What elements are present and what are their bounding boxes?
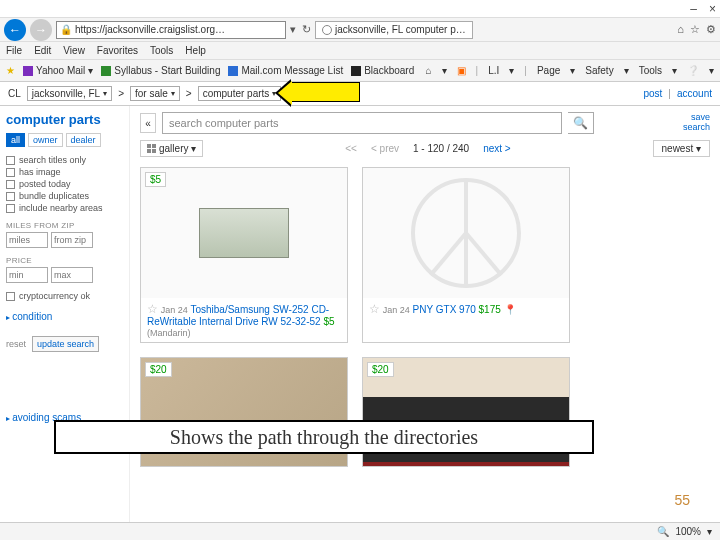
cmd-li[interactable]: L.I bbox=[488, 65, 499, 76]
reset-link[interactable]: reset bbox=[6, 339, 26, 349]
crumb-location[interactable]: jacksonville, FL▾ bbox=[27, 86, 112, 101]
menu-file[interactable]: File bbox=[6, 45, 22, 56]
cl-breadcrumb: CL jacksonville, FL▾ > for sale▾ > compu… bbox=[0, 82, 720, 106]
menu-view[interactable]: View bbox=[63, 45, 85, 56]
view-mode-select[interactable]: gallery ▾ bbox=[140, 140, 203, 157]
category-heading: computer parts bbox=[6, 112, 123, 127]
zoom-icon[interactable]: 🔍 bbox=[657, 526, 669, 537]
address-icons: ▾ ↻ bbox=[290, 23, 311, 36]
filter-has-image[interactable]: has image bbox=[6, 167, 123, 177]
bookmarks-bar: ★ Yahoo Mail ▾ Syllabus - Start Building… bbox=[0, 60, 720, 82]
checkbox-icon bbox=[6, 168, 15, 177]
no-image-icon bbox=[411, 178, 521, 288]
cmd-home-icon[interactable]: ⌂ bbox=[426, 65, 432, 76]
filter-crypto[interactable]: cryptocurrency ok bbox=[6, 291, 123, 301]
menu-edit[interactable]: Edit bbox=[34, 45, 51, 56]
star-icon[interactable]: ☆ bbox=[690, 23, 700, 36]
price-min-input[interactable] bbox=[6, 267, 48, 283]
close-button[interactable]: × bbox=[709, 2, 716, 16]
refresh-icon[interactable]: ↻ bbox=[302, 23, 311, 36]
gear-icon[interactable]: ⚙ bbox=[706, 23, 716, 36]
collapse-sidebar-button[interactable]: « bbox=[140, 113, 156, 133]
address-bar-row: ← → 🔒 https://jacksonville.craigslist.or… bbox=[0, 18, 720, 42]
checkbox-icon bbox=[6, 156, 15, 165]
map-icon[interactable]: 📍 bbox=[504, 304, 516, 315]
zip-input[interactable] bbox=[51, 232, 93, 248]
address-bar[interactable]: 🔒 https://jacksonville.craigslist.org… bbox=[56, 21, 286, 39]
listing-card[interactable]: ☆ Jan 24 PNY GTX 970 $175 📍 bbox=[362, 167, 570, 343]
post-link[interactable]: post bbox=[643, 88, 662, 99]
account-link[interactable]: account bbox=[677, 88, 712, 99]
grid-icon bbox=[147, 144, 156, 153]
checkbox-icon bbox=[6, 204, 15, 213]
tab-dealer[interactable]: dealer bbox=[66, 133, 101, 147]
filter-nearby[interactable]: include nearby areas bbox=[6, 203, 123, 213]
listing-location: (Mandarin) bbox=[147, 328, 191, 338]
favorites-icon[interactable]: ★ bbox=[6, 65, 15, 76]
page-next[interactable]: next > bbox=[483, 143, 511, 154]
menu-favorites[interactable]: Favorites bbox=[97, 45, 138, 56]
cl-logo[interactable]: CL bbox=[8, 88, 21, 99]
search-button[interactable]: 🔍 bbox=[568, 112, 594, 134]
ie-command-bar: ⌂▾ ▣ | L.I▾ | Page ▾ Safety ▾ Tools ▾ ❔ … bbox=[426, 65, 714, 76]
back-button[interactable]: ← bbox=[4, 19, 26, 41]
listing-card[interactable]: $5 ☆ Jan 24 Toshiba/Samsung SW-252 CD-Re… bbox=[140, 167, 348, 343]
menu-tools[interactable]: Tools bbox=[150, 45, 173, 56]
search-icon: 🔍 bbox=[573, 116, 588, 130]
home-icon[interactable]: ⌂ bbox=[677, 23, 684, 36]
filter-posted-today[interactable]: posted today bbox=[6, 179, 123, 189]
miles-input[interactable] bbox=[6, 232, 48, 248]
page-range: 1 - 120 / 240 bbox=[413, 143, 469, 154]
bookmark-syllabus[interactable]: Syllabus - Start Building bbox=[101, 65, 220, 76]
cmd-safety[interactable]: Safety bbox=[585, 65, 613, 76]
zoom-dropdown-icon[interactable]: ▾ bbox=[707, 526, 712, 537]
update-search-button[interactable]: update search bbox=[32, 336, 99, 352]
cmd-help-icon[interactable]: ❔ bbox=[687, 65, 699, 76]
forward-button[interactable]: → bbox=[30, 19, 52, 41]
browser-tab[interactable]: jacksonville, FL computer p… bbox=[315, 21, 473, 39]
sort-select[interactable]: newest ▾ bbox=[653, 140, 710, 157]
save-search-link[interactable]: savesearch bbox=[683, 113, 710, 133]
status-bar: 🔍 100% ▾ bbox=[0, 522, 720, 540]
filter-bundle-dup[interactable]: bundle duplicates bbox=[6, 191, 123, 201]
dropdown-icon[interactable]: ▾ bbox=[290, 23, 296, 36]
crumb-subcategory[interactable]: computer parts▾ bbox=[198, 86, 282, 101]
price-tag: $20 bbox=[145, 362, 172, 377]
favorite-icon[interactable]: ☆ bbox=[369, 302, 380, 316]
checkbox-icon bbox=[6, 192, 15, 201]
tab-all[interactable]: all bbox=[6, 133, 25, 147]
price-label: PRICE bbox=[6, 256, 123, 265]
price-max-input[interactable] bbox=[51, 267, 93, 283]
bookmark-yahoo[interactable]: Yahoo Mail ▾ bbox=[23, 65, 93, 76]
page-first[interactable]: << bbox=[345, 143, 357, 154]
menu-help[interactable]: Help bbox=[185, 45, 206, 56]
tab-title: jacksonville, FL computer p… bbox=[335, 24, 466, 35]
crumb-category[interactable]: for sale▾ bbox=[130, 86, 180, 101]
listings-main: « search computer parts 🔍 savesearch gal… bbox=[130, 106, 720, 536]
minimize-button[interactable]: – bbox=[690, 2, 697, 16]
lock-icon: 🔒 bbox=[60, 24, 72, 35]
bookmark-mailcom[interactable]: Mail.com Message List bbox=[228, 65, 343, 76]
favorite-icon[interactable]: ☆ bbox=[147, 302, 158, 316]
menu-bar: File Edit View Favorites Tools Help bbox=[0, 42, 720, 60]
listing-image: $5 bbox=[141, 168, 347, 298]
peace-icon bbox=[322, 25, 332, 35]
tab-owner[interactable]: owner bbox=[28, 133, 63, 147]
checkbox-icon bbox=[6, 292, 15, 301]
slide-annotation: Shows the path through the directories bbox=[54, 420, 594, 454]
listing-title[interactable]: PNY GTX 970 bbox=[413, 304, 476, 315]
filter-condition[interactable]: condition bbox=[6, 311, 123, 322]
cmd-page[interactable]: Page bbox=[537, 65, 560, 76]
slide-number: 55 bbox=[674, 492, 690, 508]
listing-price: $175 bbox=[479, 304, 501, 315]
page-prev[interactable]: < prev bbox=[371, 143, 399, 154]
page-content: computer parts all owner dealer search t… bbox=[0, 106, 720, 536]
filter-titles-only[interactable]: search titles only bbox=[6, 155, 123, 165]
url-text: https://jacksonville.craigslist.org… bbox=[75, 24, 225, 35]
search-input[interactable]: search computer parts bbox=[162, 112, 562, 134]
price-tag: $20 bbox=[367, 362, 394, 377]
bookmark-blackboard[interactable]: Blackboard bbox=[351, 65, 414, 76]
cmd-tools[interactable]: Tools bbox=[639, 65, 662, 76]
cmd-rss-icon[interactable]: ▣ bbox=[457, 65, 466, 76]
filter-sidebar: computer parts all owner dealer search t… bbox=[0, 106, 130, 536]
